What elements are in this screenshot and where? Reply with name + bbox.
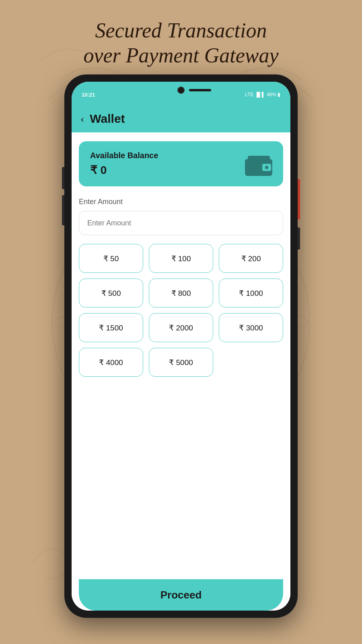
amount-grid-row4: ₹ 4000 ₹ 5000 bbox=[79, 348, 283, 377]
amount-btn-1500[interactable]: ₹ 1500 bbox=[79, 313, 143, 342]
svg-point-16 bbox=[265, 166, 268, 169]
headline-line1: Secured Transaction bbox=[95, 19, 267, 42]
page-title: Wallet bbox=[90, 112, 125, 126]
battery-icon: ▮ bbox=[278, 92, 280, 97]
side-button bbox=[298, 227, 300, 250]
status-battery: LTE ▐▌▌ 48% ▮ bbox=[245, 89, 280, 97]
proceed-bar: Proceed bbox=[79, 579, 283, 611]
main-content: Available Balance ₹ 0 Enter Amount bbox=[72, 132, 290, 611]
svg-rect-14 bbox=[248, 156, 270, 161]
balance-amount: ₹ 0 bbox=[90, 163, 158, 177]
amount-grid-row2: ₹ 500 ₹ 800 ₹ 1000 bbox=[79, 279, 283, 308]
speaker-notch bbox=[189, 89, 211, 91]
proceed-button[interactable]: Proceed bbox=[160, 589, 202, 601]
signal-icon: LTE ▐▌▌ bbox=[245, 92, 266, 97]
amount-btn-800[interactable]: ₹ 800 bbox=[149, 279, 213, 308]
amount-grid-row1: ₹ 50 ₹ 100 ₹ 200 bbox=[79, 244, 283, 273]
camera-notch bbox=[177, 87, 185, 94]
amount-btn-500[interactable]: ₹ 500 bbox=[79, 279, 143, 308]
back-button[interactable]: ‹ bbox=[80, 112, 84, 125]
enter-amount-label: Enter Amount bbox=[79, 198, 283, 206]
amount-btn-2000[interactable]: ₹ 2000 bbox=[149, 313, 213, 342]
headline: Secured Transaction over Payment Gateway bbox=[0, 18, 362, 68]
balance-card: Available Balance ₹ 0 bbox=[79, 141, 283, 186]
battery-percent: 48% bbox=[267, 92, 276, 97]
amount-btn-3000[interactable]: ₹ 3000 bbox=[219, 313, 283, 342]
amount-btn-1000[interactable]: ₹ 1000 bbox=[219, 279, 283, 308]
amount-btn-50[interactable]: ₹ 50 bbox=[79, 244, 143, 273]
amount-btn-5000[interactable]: ₹ 5000 bbox=[149, 348, 213, 377]
status-time: 10:21 bbox=[82, 89, 95, 98]
amount-input[interactable] bbox=[79, 211, 283, 235]
wallet-icon bbox=[243, 152, 272, 176]
power-button bbox=[298, 179, 300, 219]
volume-down-button bbox=[62, 195, 64, 225]
app-header: ‹ Wallet bbox=[72, 105, 290, 132]
balance-info: Available Balance ₹ 0 bbox=[90, 151, 158, 177]
amount-btn-200[interactable]: ₹ 200 bbox=[219, 244, 283, 273]
phone-screen: 10:21 LTE ▐▌▌ 48% ▮ ‹ Wallet Available B… bbox=[72, 82, 290, 611]
amount-btn-4000[interactable]: ₹ 4000 bbox=[79, 348, 143, 377]
balance-label: Available Balance bbox=[90, 151, 158, 160]
volume-up-button bbox=[62, 167, 64, 189]
amount-btn-100[interactable]: ₹ 100 bbox=[149, 244, 213, 273]
status-bar: 10:21 LTE ▐▌▌ 48% ▮ bbox=[72, 82, 290, 105]
amount-grid-row3: ₹ 1500 ₹ 2000 ₹ 3000 bbox=[79, 313, 283, 342]
headline-line2: over Payment Gateway bbox=[83, 44, 278, 67]
